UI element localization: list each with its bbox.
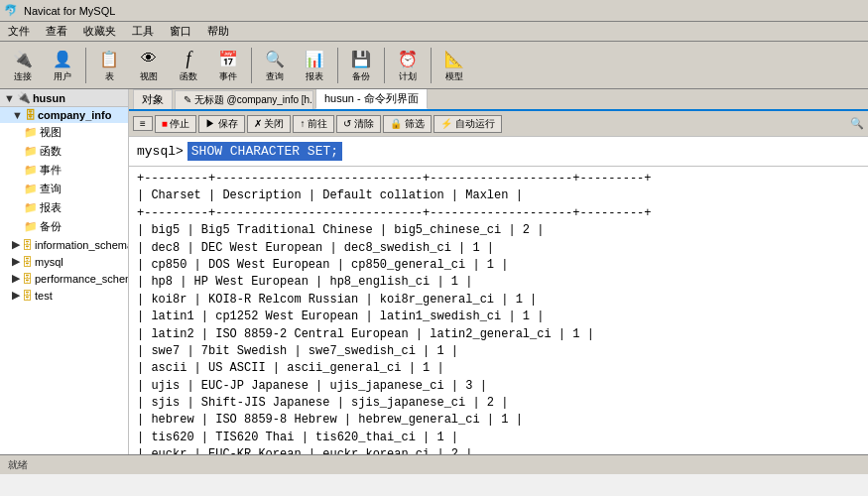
expand-icon: ▼: [4, 92, 15, 104]
toolbar-user[interactable]: 👤 用户: [44, 45, 81, 86]
toolbar-function[interactable]: f 函数: [170, 45, 207, 86]
main-layout: ▼ 🔌 husun ▼ 🗄 company_info 📁 视图 📁 函数 📁 事…: [0, 89, 868, 454]
menu-window[interactable]: 窗口: [166, 23, 195, 40]
table-row: | ascii | US ASCII | ascii_general_ci | …: [137, 360, 860, 377]
toolbar-separator-4: [384, 48, 385, 83]
btn-auto-run[interactable]: ⚡ 自动运行: [434, 115, 502, 133]
left-panel: ▼ 🔌 husun ▼ 🗄 company_info 📁 视图 📁 函数 📁 事…: [0, 89, 129, 454]
table-row: | latin2 | ISO 8859-2 Central European |…: [137, 326, 860, 343]
sidebar-connection[interactable]: ▼ 🔌 husun: [0, 89, 128, 107]
folder-icon-view: 📁: [24, 126, 38, 139]
toolbar-query[interactable]: 🔍 查询: [256, 45, 294, 86]
collapse-icon-test: ▶: [12, 289, 20, 302]
table-row: | big5 | Big5 Traditional Chinese | big5…: [137, 222, 860, 239]
folder-icon-query: 📁: [24, 183, 38, 195]
query-label: 查询: [40, 182, 62, 196]
btn-clear[interactable]: ↺ 清除: [336, 115, 381, 133]
query-icon: 🔍: [263, 48, 287, 70]
sidebar-item-performance-schema[interactable]: ▶ 🗄 performance_schema: [0, 270, 128, 287]
toolbar-model[interactable]: 📐 模型: [435, 45, 473, 86]
sidebar-item-function[interactable]: 📁 函数: [0, 142, 128, 161]
toolbar-view[interactable]: 👁 视图: [130, 45, 168, 86]
btn-filter[interactable]: 🔒 筛选: [383, 115, 432, 133]
menu-favorites[interactable]: 收藏夹: [79, 23, 120, 40]
menu-view[interactable]: 查看: [42, 23, 71, 40]
sidebar-item-query[interactable]: 📁 查询: [0, 180, 128, 198]
db-label-test: test: [35, 290, 53, 302]
toolbar-report[interactable]: 📊 报表: [296, 45, 333, 86]
database-icon: 🗄: [25, 109, 36, 121]
db-label-company: company_info: [38, 109, 112, 121]
function-label: 函数: [40, 144, 62, 159]
connection-icon: 🔌: [17, 91, 31, 104]
table-row: | cp850 | DOS West European | cp850_gene…: [137, 257, 860, 274]
sidebar-item-event[interactable]: 📁 事件: [0, 161, 128, 180]
backup-label: 备份: [40, 219, 62, 234]
sidebar-item-view[interactable]: 📁 视图: [0, 123, 128, 142]
title-text: Navicat for MySQL: [24, 5, 115, 17]
db-label-mysql: mysql: [35, 256, 63, 268]
btn-save[interactable]: ▶ 保存: [198, 115, 245, 133]
btn-stop[interactable]: ■ 停止: [155, 115, 196, 133]
view-icon: 👁: [137, 48, 161, 70]
tab-console[interactable]: husun - 命令列界面: [315, 89, 428, 109]
menu-help[interactable]: 帮助: [203, 23, 233, 40]
report-icon: 📊: [303, 48, 326, 70]
toolbar: 🔌 连接 👤 用户 📋 表 👁 视图 f 函数 📅 事件 🔍 查询 📊 报表 💾…: [0, 42, 868, 89]
report-label: 报表: [40, 200, 62, 215]
search-icon: 🔍: [850, 117, 864, 130]
table-row: | ujis | EUC-JP Japanese | ujis_japanese…: [137, 378, 860, 395]
toolbar-connect[interactable]: 🔌 连接: [4, 45, 42, 86]
btn-goto[interactable]: ↑ 前往: [293, 115, 334, 133]
status-text: 就绪: [8, 458, 28, 472]
function-icon: f: [177, 48, 200, 70]
btn-close[interactable]: ✗ 关闭: [247, 115, 292, 133]
model-icon: 📐: [442, 48, 466, 70]
status-bar: 就绪: [0, 454, 868, 474]
btn-menu[interactable]: ≡: [133, 116, 153, 131]
view-label: 视图: [40, 125, 62, 140]
folder-icon-func: 📁: [24, 145, 38, 158]
tab-bar: 对象 ✎ 无标题 @company_info [h... husun - 命令列…: [129, 89, 868, 111]
sidebar-item-mysql[interactable]: ▶ 🗄 mysql: [0, 253, 128, 270]
table-icon: 📋: [97, 48, 121, 70]
sql-command[interactable]: SHOW CHARACTER SET;: [187, 142, 342, 161]
result-header: | Charset | Description | Default collat…: [137, 187, 860, 204]
table-row: | euckr | EUC-KR Korean | euckr_korean_c…: [137, 446, 860, 454]
table-row: | sjis | Shift-JIS Japanese | sjis_japan…: [137, 395, 860, 412]
sidebar-item-company-info[interactable]: ▼ 🗄 company_info: [0, 107, 128, 123]
sql-area: mysql> SHOW CHARACTER SET;: [129, 137, 868, 167]
query-toolbar: ≡ ■ 停止 ▶ 保存 ✗ 关闭 ↑ 前往 ↺ 清除 🔒 筛选 ⚡ 自动运行 🔍: [129, 111, 868, 137]
toolbar-event[interactable]: 📅 事件: [209, 45, 247, 86]
sidebar-item-backup[interactable]: 📁 备份: [0, 217, 128, 236]
sql-prompt: mysql>: [137, 144, 184, 159]
sidebar-item-report[interactable]: 📁 报表: [0, 198, 128, 217]
menu-file[interactable]: 文件: [4, 23, 34, 40]
table-row: | tis620 | TIS620 Thai | tis620_thai_ci …: [137, 430, 860, 446]
user-icon: 👤: [51, 48, 74, 70]
content-area: 对象 ✎ 无标题 @company_info [h... husun - 命令列…: [129, 89, 868, 454]
sidebar-item-test[interactable]: ▶ 🗄 test: [0, 287, 128, 304]
tab-objects[interactable]: 对象: [133, 89, 173, 109]
schedule-icon: ⏰: [396, 48, 420, 70]
title-bar: 🐬 Navicat for MySQL: [0, 0, 868, 22]
table-row: | latin1 | cp1252 West European | latin1…: [137, 309, 860, 325]
tab-query[interactable]: ✎ 无标题 @company_info [h...: [175, 90, 313, 109]
table-row: | hebrew | ISO 8859-8 Hebrew | hebrew_ge…: [137, 412, 860, 429]
result-rows: | big5 | Big5 Traditional Chinese | big5…: [137, 222, 860, 454]
result-area[interactable]: +---------+-----------------------------…: [129, 167, 868, 454]
toolbar-separator-3: [337, 48, 338, 83]
toolbar-schedule[interactable]: ⏰ 计划: [389, 45, 427, 86]
sidebar-item-information-schema[interactable]: ▶ 🗄 information_schema: [0, 236, 128, 253]
table-row: | hp8 | HP West European | hp8_english_c…: [137, 274, 860, 291]
toolbar-backup[interactable]: 💾 备份: [342, 45, 380, 86]
folder-icon-event: 📁: [24, 164, 38, 177]
table-row: | koi8r | KOI8-R Relcom Russian | koi8r_…: [137, 292, 860, 309]
toolbar-table[interactable]: 📋 表: [90, 45, 128, 86]
menu-tools[interactable]: 工具: [128, 23, 158, 40]
collapse-icon-is: ▶: [12, 238, 20, 251]
event-label: 事件: [40, 163, 62, 178]
database-icon-test: 🗄: [22, 290, 33, 302]
expand-icon-db: ▼: [12, 109, 23, 121]
folder-icon-backup: 📁: [24, 220, 38, 233]
